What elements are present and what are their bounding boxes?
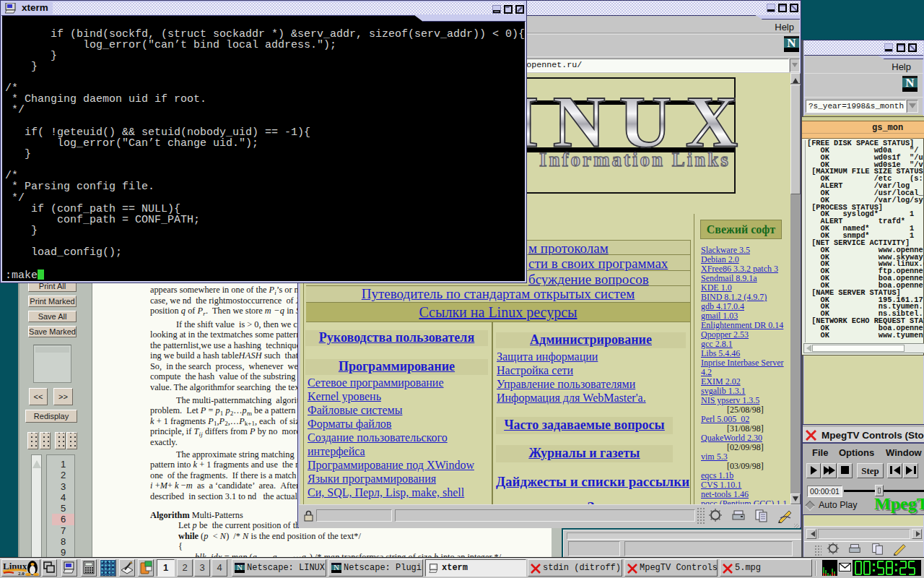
svg-text:2.0: 2.0 xyxy=(18,571,25,576)
